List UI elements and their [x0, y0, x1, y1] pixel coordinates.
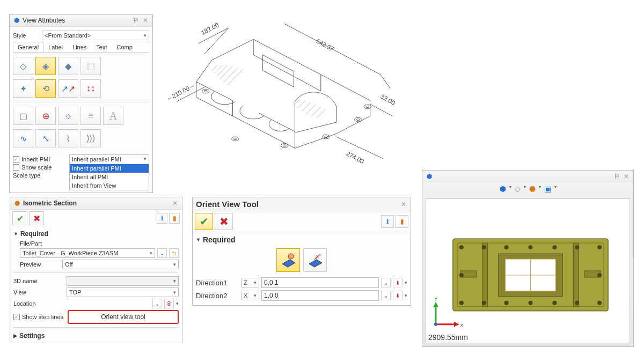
filepart-dropdown[interactable]: Toilet_Cover - G_WorkPiece.Z3ASM	[20, 248, 155, 258]
svg-point-48	[528, 245, 532, 249]
close-icon[interactable]: ✕	[171, 200, 179, 207]
info-button[interactable]: ℹ	[157, 213, 167, 224]
cancel-button[interactable]: ✖	[29, 211, 44, 225]
accept-button[interactable]: ✔	[195, 213, 213, 230]
3dname-dropdown[interactable]	[67, 276, 179, 286]
panel-title: View Attributes	[23, 17, 130, 24]
view-label: View	[13, 289, 64, 295]
style-label: Style	[13, 32, 40, 39]
arrows2-icon[interactable]: ↕↕	[80, 79, 101, 98]
view-shaded-icon[interactable]: ◈	[35, 57, 56, 75]
dir2-label: Direction2	[196, 292, 239, 300]
arrows1-icon[interactable]: ↗↗	[58, 79, 78, 98]
svg-point-24	[283, 145, 286, 146]
svg-point-54	[504, 301, 509, 305]
show-scale-checkbox[interactable]	[13, 164, 19, 171]
view-solid-icon[interactable]: ◆	[58, 57, 78, 75]
svg-line-12	[228, 69, 243, 85]
pick-icon[interactable]: ⬇	[393, 291, 402, 300]
axis-icon[interactable]: ⤡	[35, 129, 56, 147]
dir2-axis-dropdown[interactable]: X	[241, 291, 259, 300]
view-wire-icon[interactable]: ◇	[13, 57, 33, 75]
section-icon[interactable]: ▣	[544, 184, 551, 193]
show-step-checkbox[interactable]	[13, 314, 20, 320]
info-button[interactable]: ℹ	[381, 215, 394, 228]
help-button[interactable]: ▮	[396, 215, 408, 228]
hatch-icon[interactable]: )))	[80, 129, 101, 147]
coord-icon[interactable]: ✦	[13, 79, 33, 98]
svg-point-65	[434, 323, 437, 326]
wire-icon[interactable]: ◇	[515, 184, 521, 193]
svg-point-30	[366, 106, 369, 107]
folder-icon[interactable]: 🗀	[169, 248, 179, 258]
dir1-axis-dropdown[interactable]: Z	[241, 278, 259, 287]
ladder-icon[interactable]: ≡	[80, 107, 101, 125]
svg-point-58	[597, 301, 602, 305]
svg-text:x°: x°	[316, 254, 321, 260]
section-settings[interactable]: Settings	[13, 331, 179, 341]
app-icon: ⬢	[426, 173, 433, 180]
chevron-down-icon[interactable]: ⌄	[157, 248, 167, 258]
list-item[interactable]: Inherit from View	[70, 181, 149, 190]
view-iso-icon[interactable]: ⬚	[80, 57, 101, 75]
pin-icon[interactable]: ⚐	[132, 17, 140, 24]
pmi-list[interactable]: Inherit parallel PMI▾ Inherit parallel P…	[69, 154, 149, 190]
svg-line-18	[317, 109, 326, 118]
pin-icon[interactable]: ⚐	[613, 173, 620, 180]
dir2-input[interactable]: 1,0,0	[261, 290, 379, 301]
svg-point-19	[202, 89, 209, 93]
pick-icon[interactable]: ⬇	[393, 278, 402, 287]
svg-point-47	[504, 245, 509, 249]
accept-button[interactable]: ✔	[12, 211, 27, 225]
3dname-label: 3D name	[13, 278, 64, 284]
orient-plane-icon[interactable]	[276, 248, 300, 272]
orient-view-tool-button[interactable]: Orient view tool	[68, 310, 179, 324]
cube-icon: ⬣	[13, 200, 21, 207]
chevron-down-icon[interactable]: ⌄	[381, 291, 391, 300]
chevron-down-icon[interactable]: ⌄	[381, 278, 391, 287]
svg-marker-33	[309, 260, 322, 267]
help-button[interactable]: ▮	[169, 213, 180, 224]
dir1-input[interactable]: 0,0,1	[261, 277, 379, 288]
spring-icon[interactable]: ⌇	[58, 129, 78, 147]
pick-point-icon[interactable]: ⦿	[164, 299, 174, 308]
target-icon[interactable]: ⊕	[35, 107, 56, 125]
rotate-icon[interactable]: ⟲	[35, 79, 56, 98]
font-icon[interactable]: A	[103, 107, 123, 125]
close-icon[interactable]: ✕	[400, 201, 407, 208]
close-icon[interactable]: ✕	[623, 173, 630, 180]
close-icon[interactable]: ✕	[142, 17, 149, 24]
svg-line-4	[370, 104, 393, 116]
tab-general[interactable]: General	[13, 42, 43, 52]
tab-text[interactable]: Text	[91, 42, 112, 52]
style-dropdown[interactable]: <From Standard>	[42, 31, 149, 40]
tabs: General Label Lines Text Comp	[13, 42, 149, 53]
shaded-icon[interactable]: ⬣	[529, 184, 536, 193]
svg-line-17	[311, 107, 320, 116]
view-dropdown[interactable]: TOP	[67, 287, 179, 297]
preview-dropdown[interactable]: Off	[62, 260, 179, 269]
list-item[interactable]: Inherit all PMI	[70, 173, 149, 181]
model-view[interactable]: y x	[426, 199, 630, 343]
tab-comp[interactable]: Comp	[112, 42, 137, 52]
chevron-down-icon[interactable]: ⌄	[152, 299, 162, 308]
gear-icon[interactable]: ☼	[58, 107, 78, 125]
svg-line-8	[215, 65, 223, 73]
box-icon[interactable]: ▢	[13, 107, 33, 125]
svg-marker-62	[454, 322, 459, 327]
svg-line-10	[219, 67, 232, 79]
list-item[interactable]: Inherit parallel PMI	[70, 164, 149, 173]
dir1-label: Direction1	[196, 279, 239, 287]
inherit-pmi-checkbox[interactable]	[13, 156, 19, 162]
svg-point-45	[459, 245, 464, 249]
orient-angle-icon[interactable]: x°	[303, 248, 327, 272]
svg-point-28	[357, 119, 360, 121]
section-required[interactable]: Required	[13, 229, 179, 239]
tab-lines[interactable]: Lines	[68, 42, 91, 52]
section-required[interactable]: Required	[196, 234, 407, 245]
wave-icon[interactable]: ∿	[13, 129, 33, 147]
display-mode-icon[interactable]: ⬢	[500, 184, 506, 193]
cancel-button[interactable]: ✖	[215, 213, 233, 230]
svg-point-25	[323, 135, 330, 139]
tab-label[interactable]: Label	[43, 42, 68, 52]
